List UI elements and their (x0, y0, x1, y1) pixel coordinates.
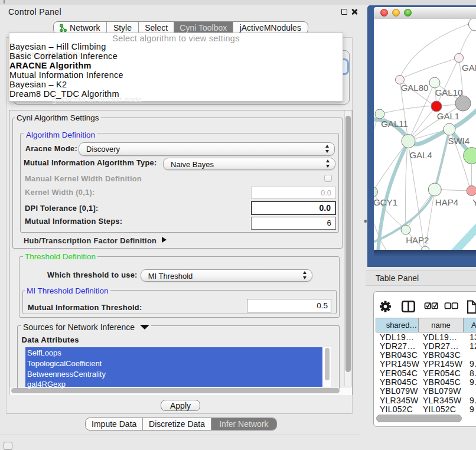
svg-text:HAP4: HAP4 (435, 197, 458, 207)
svg-text:SWI4: SWI4 (448, 136, 470, 146)
svg-text:GAL4: GAL4 (409, 150, 432, 160)
svg-text:GAL80: GAL80 (462, 63, 476, 73)
svg-text:GAL80: GAL80 (401, 83, 429, 93)
svg-text:GAL11: GAL11 (381, 119, 408, 129)
svg-text:Y: Y (472, 197, 476, 207)
svg-text:GCY1: GCY1 (374, 197, 397, 207)
svg-text:GAL10: GAL10 (435, 87, 463, 97)
svg-text:GAL1: GAL1 (437, 111, 459, 121)
svg-text:HAP2: HAP2 (406, 235, 429, 245)
